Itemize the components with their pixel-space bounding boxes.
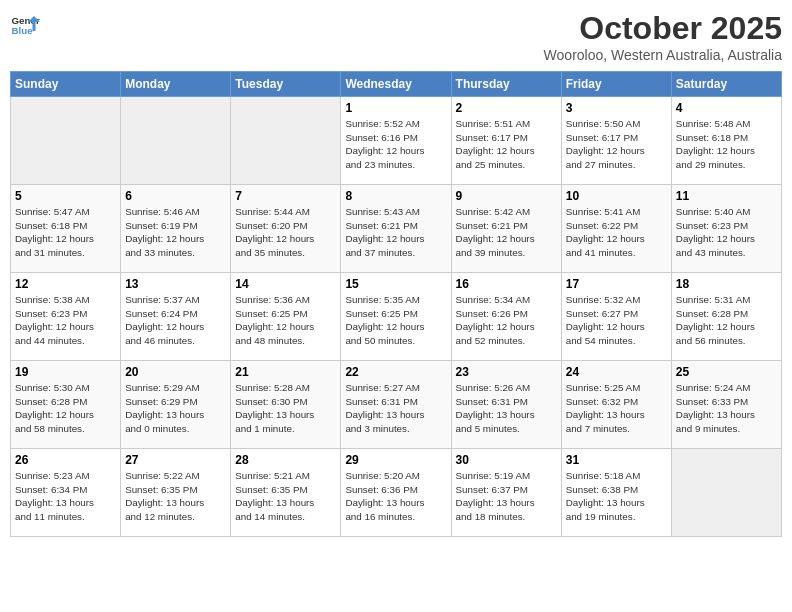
day-info: Sunrise: 5:18 AM Sunset: 6:38 PM Dayligh… (566, 469, 667, 524)
calendar-cell: 9Sunrise: 5:42 AM Sunset: 6:21 PM Daylig… (451, 185, 561, 273)
day-number: 16 (456, 277, 557, 291)
day-number: 7 (235, 189, 336, 203)
svg-text:Blue: Blue (12, 25, 34, 36)
day-number: 23 (456, 365, 557, 379)
day-number: 26 (15, 453, 116, 467)
calendar-cell: 29Sunrise: 5:20 AM Sunset: 6:36 PM Dayli… (341, 449, 451, 537)
calendar-cell: 27Sunrise: 5:22 AM Sunset: 6:35 PM Dayli… (121, 449, 231, 537)
calendar-cell: 28Sunrise: 5:21 AM Sunset: 6:35 PM Dayli… (231, 449, 341, 537)
calendar-cell: 19Sunrise: 5:30 AM Sunset: 6:28 PM Dayli… (11, 361, 121, 449)
day-number: 15 (345, 277, 446, 291)
day-info: Sunrise: 5:26 AM Sunset: 6:31 PM Dayligh… (456, 381, 557, 436)
calendar-header: SundayMondayTuesdayWednesdayThursdayFrid… (11, 72, 782, 97)
header-row: SundayMondayTuesdayWednesdayThursdayFrid… (11, 72, 782, 97)
header-cell-saturday: Saturday (671, 72, 781, 97)
day-number: 8 (345, 189, 446, 203)
calendar-cell: 30Sunrise: 5:19 AM Sunset: 6:37 PM Dayli… (451, 449, 561, 537)
day-info: Sunrise: 5:52 AM Sunset: 6:16 PM Dayligh… (345, 117, 446, 172)
day-number: 5 (15, 189, 116, 203)
calendar-cell: 23Sunrise: 5:26 AM Sunset: 6:31 PM Dayli… (451, 361, 561, 449)
day-number: 21 (235, 365, 336, 379)
week-row-4: 26Sunrise: 5:23 AM Sunset: 6:34 PM Dayli… (11, 449, 782, 537)
title-block: October 2025 Wooroloo, Western Australia… (544, 10, 782, 63)
day-number: 28 (235, 453, 336, 467)
calendar-body: 1Sunrise: 5:52 AM Sunset: 6:16 PM Daylig… (11, 97, 782, 537)
day-info: Sunrise: 5:24 AM Sunset: 6:33 PM Dayligh… (676, 381, 777, 436)
day-number: 18 (676, 277, 777, 291)
calendar-cell (121, 97, 231, 185)
day-info: Sunrise: 5:50 AM Sunset: 6:17 PM Dayligh… (566, 117, 667, 172)
day-info: Sunrise: 5:27 AM Sunset: 6:31 PM Dayligh… (345, 381, 446, 436)
header-cell-monday: Monday (121, 72, 231, 97)
day-number: 2 (456, 101, 557, 115)
week-row-3: 19Sunrise: 5:30 AM Sunset: 6:28 PM Dayli… (11, 361, 782, 449)
location-title: Wooroloo, Western Australia, Australia (544, 47, 782, 63)
calendar-cell (671, 449, 781, 537)
day-info: Sunrise: 5:30 AM Sunset: 6:28 PM Dayligh… (15, 381, 116, 436)
day-number: 17 (566, 277, 667, 291)
day-number: 27 (125, 453, 226, 467)
calendar-cell: 15Sunrise: 5:35 AM Sunset: 6:25 PM Dayli… (341, 273, 451, 361)
day-number: 29 (345, 453, 446, 467)
day-info: Sunrise: 5:32 AM Sunset: 6:27 PM Dayligh… (566, 293, 667, 348)
logo: General Blue (10, 10, 44, 40)
day-info: Sunrise: 5:28 AM Sunset: 6:30 PM Dayligh… (235, 381, 336, 436)
calendar-cell: 7Sunrise: 5:44 AM Sunset: 6:20 PM Daylig… (231, 185, 341, 273)
day-info: Sunrise: 5:42 AM Sunset: 6:21 PM Dayligh… (456, 205, 557, 260)
day-number: 14 (235, 277, 336, 291)
calendar-cell: 20Sunrise: 5:29 AM Sunset: 6:29 PM Dayli… (121, 361, 231, 449)
day-info: Sunrise: 5:48 AM Sunset: 6:18 PM Dayligh… (676, 117, 777, 172)
calendar-cell (11, 97, 121, 185)
calendar-cell: 11Sunrise: 5:40 AM Sunset: 6:23 PM Dayli… (671, 185, 781, 273)
calendar-cell: 5Sunrise: 5:47 AM Sunset: 6:18 PM Daylig… (11, 185, 121, 273)
calendar-cell: 25Sunrise: 5:24 AM Sunset: 6:33 PM Dayli… (671, 361, 781, 449)
week-row-2: 12Sunrise: 5:38 AM Sunset: 6:23 PM Dayli… (11, 273, 782, 361)
day-info: Sunrise: 5:40 AM Sunset: 6:23 PM Dayligh… (676, 205, 777, 260)
day-info: Sunrise: 5:37 AM Sunset: 6:24 PM Dayligh… (125, 293, 226, 348)
day-info: Sunrise: 5:34 AM Sunset: 6:26 PM Dayligh… (456, 293, 557, 348)
day-number: 30 (456, 453, 557, 467)
day-info: Sunrise: 5:19 AM Sunset: 6:37 PM Dayligh… (456, 469, 557, 524)
day-number: 10 (566, 189, 667, 203)
calendar-cell: 6Sunrise: 5:46 AM Sunset: 6:19 PM Daylig… (121, 185, 231, 273)
calendar-cell: 24Sunrise: 5:25 AM Sunset: 6:32 PM Dayli… (561, 361, 671, 449)
day-number: 11 (676, 189, 777, 203)
day-number: 24 (566, 365, 667, 379)
day-info: Sunrise: 5:29 AM Sunset: 6:29 PM Dayligh… (125, 381, 226, 436)
calendar-cell: 3Sunrise: 5:50 AM Sunset: 6:17 PM Daylig… (561, 97, 671, 185)
week-row-1: 5Sunrise: 5:47 AM Sunset: 6:18 PM Daylig… (11, 185, 782, 273)
calendar-cell (231, 97, 341, 185)
day-number: 12 (15, 277, 116, 291)
calendar-cell: 21Sunrise: 5:28 AM Sunset: 6:30 PM Dayli… (231, 361, 341, 449)
day-info: Sunrise: 5:20 AM Sunset: 6:36 PM Dayligh… (345, 469, 446, 524)
day-number: 25 (676, 365, 777, 379)
calendar-cell: 22Sunrise: 5:27 AM Sunset: 6:31 PM Dayli… (341, 361, 451, 449)
calendar-cell: 2Sunrise: 5:51 AM Sunset: 6:17 PM Daylig… (451, 97, 561, 185)
calendar-table: SundayMondayTuesdayWednesdayThursdayFrid… (10, 71, 782, 537)
day-info: Sunrise: 5:51 AM Sunset: 6:17 PM Dayligh… (456, 117, 557, 172)
day-number: 13 (125, 277, 226, 291)
header-cell-tuesday: Tuesday (231, 72, 341, 97)
calendar-cell: 18Sunrise: 5:31 AM Sunset: 6:28 PM Dayli… (671, 273, 781, 361)
day-info: Sunrise: 5:47 AM Sunset: 6:18 PM Dayligh… (15, 205, 116, 260)
day-number: 31 (566, 453, 667, 467)
logo-icon: General Blue (10, 10, 40, 40)
day-number: 1 (345, 101, 446, 115)
header-cell-friday: Friday (561, 72, 671, 97)
calendar-cell: 12Sunrise: 5:38 AM Sunset: 6:23 PM Dayli… (11, 273, 121, 361)
day-info: Sunrise: 5:25 AM Sunset: 6:32 PM Dayligh… (566, 381, 667, 436)
calendar-cell: 10Sunrise: 5:41 AM Sunset: 6:22 PM Dayli… (561, 185, 671, 273)
day-info: Sunrise: 5:43 AM Sunset: 6:21 PM Dayligh… (345, 205, 446, 260)
month-title: October 2025 (544, 10, 782, 47)
calendar-cell: 8Sunrise: 5:43 AM Sunset: 6:21 PM Daylig… (341, 185, 451, 273)
header: General Blue October 2025 Wooroloo, West… (10, 10, 782, 63)
calendar-cell: 17Sunrise: 5:32 AM Sunset: 6:27 PM Dayli… (561, 273, 671, 361)
day-number: 3 (566, 101, 667, 115)
calendar-cell: 16Sunrise: 5:34 AM Sunset: 6:26 PM Dayli… (451, 273, 561, 361)
day-info: Sunrise: 5:22 AM Sunset: 6:35 PM Dayligh… (125, 469, 226, 524)
calendar-cell: 13Sunrise: 5:37 AM Sunset: 6:24 PM Dayli… (121, 273, 231, 361)
calendar-cell: 26Sunrise: 5:23 AM Sunset: 6:34 PM Dayli… (11, 449, 121, 537)
day-number: 9 (456, 189, 557, 203)
day-info: Sunrise: 5:23 AM Sunset: 6:34 PM Dayligh… (15, 469, 116, 524)
day-info: Sunrise: 5:31 AM Sunset: 6:28 PM Dayligh… (676, 293, 777, 348)
